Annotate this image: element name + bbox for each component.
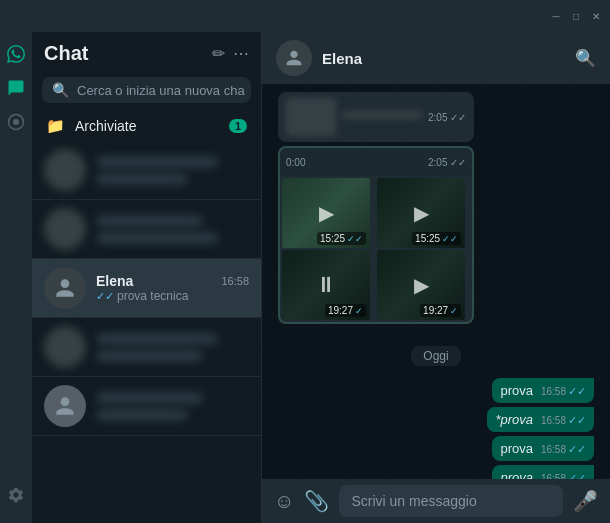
new-chat-icon[interactable]: ✏ — [212, 44, 225, 63]
message-meta: 16:58 ✓✓ — [541, 385, 586, 398]
chat-panel: Elena 🔍 2:05 ✓✓ 0:00 2:05 — [262, 32, 610, 523]
input-bar: ☺ 📎 🎤 — [262, 479, 610, 523]
chat-header-name: Elena — [322, 50, 565, 67]
video-grid-message[interactable]: 0:00 2:05 ✓✓ ▶ 15:25✓✓ — [278, 146, 474, 324]
search-input[interactable] — [77, 83, 245, 98]
message-text: prova — [500, 441, 533, 456]
archived-label: Archiviate — [75, 118, 219, 134]
chat-nav-icon[interactable] — [2, 74, 30, 102]
chat-preview: ✓✓ prova tecnica — [96, 289, 249, 303]
sidebar: Chat ✏ ⋯ 🔍 📁 Archiviate 1 — [32, 32, 262, 523]
message-meta: 16:58 ✓✓ — [541, 414, 586, 427]
search-chat-icon[interactable]: 🔍 — [575, 48, 596, 69]
message-text: prova — [500, 470, 533, 479]
message-4: prova 16:58 ✓✓ — [492, 465, 594, 479]
play-icon: ▶ — [414, 201, 429, 225]
archived-badge: 1 — [229, 119, 247, 133]
avatar-elena — [44, 267, 86, 309]
media-top-bar: 0:00 2:05 ✓✓ — [280, 148, 472, 176]
message-time: 16:58 — [541, 444, 566, 455]
svg-point-1 — [13, 119, 19, 125]
thumb-duration: 15:25✓✓ — [317, 232, 366, 245]
message-2: *prova 16:58 ✓✓ — [487, 407, 594, 432]
chat-info — [96, 156, 249, 185]
messages-area: 2:05 ✓✓ 0:00 2:05 ✓✓ ▶ — [262, 84, 610, 479]
chat-item[interactable] — [32, 318, 261, 377]
attach-icon[interactable]: 📎 — [304, 489, 329, 513]
message-1: prova 16:58 ✓✓ — [492, 378, 594, 403]
chat-item[interactable] — [32, 200, 261, 259]
chat-list: Elena 16:58 ✓✓ prova tecnica — [32, 141, 261, 523]
whatsapp-logo-icon — [2, 40, 30, 68]
chat-header-avatar[interactable] — [276, 40, 312, 76]
pause-icon: ⏸ — [315, 272, 337, 298]
double-check-icon: ✓✓ — [568, 472, 586, 479]
chat-preview-text: prova tecnica — [117, 289, 188, 303]
chat-header: Elena 🔍 — [262, 32, 610, 84]
thumb-duration: 19:27✓ — [420, 304, 461, 317]
emoji-icon[interactable]: ☺ — [274, 490, 294, 513]
message-text: prova — [500, 383, 533, 398]
date-divider: Oggi — [278, 346, 594, 366]
sidebar-header-icons: ✏ ⋯ — [212, 44, 249, 63]
more-options-icon[interactable]: ⋯ — [233, 44, 249, 63]
media-message-group: 2:05 ✓✓ 0:00 2:05 ✓✓ ▶ — [278, 92, 474, 328]
icon-strip — [0, 32, 32, 523]
sidebar-header: Chat ✏ ⋯ — [32, 32, 261, 73]
archived-row[interactable]: 📁 Archiviate 1 — [32, 111, 261, 141]
app-body: Chat ✏ ⋯ 🔍 📁 Archiviate 1 — [0, 32, 610, 523]
message-time: 16:58 — [541, 386, 566, 397]
search-icon: 🔍 — [52, 82, 69, 98]
media-grid: ▶ 15:25✓✓ ▶ 15:25✓✓ — [280, 176, 472, 322]
chat-time: 16:58 — [221, 275, 249, 287]
sidebar-title: Chat — [44, 42, 88, 65]
thumb-duration: 15:25✓✓ — [412, 232, 461, 245]
chat-info — [96, 215, 249, 244]
double-check-icon: ✓✓ — [568, 414, 586, 427]
message-text: *prova — [495, 412, 533, 427]
chat-info — [96, 392, 249, 421]
double-check-icon: ✓✓ — [96, 290, 114, 303]
avatar — [44, 208, 86, 250]
video-thumb-3[interactable]: ⏸ 19:27✓ — [282, 250, 370, 320]
chat-item-elena[interactable]: Elena 16:58 ✓✓ prova tecnica — [32, 259, 261, 318]
media-top-time: 2:05 ✓✓ — [428, 157, 466, 168]
search-bar: 🔍 — [42, 77, 251, 103]
double-check-icon: ✓✓ — [568, 443, 586, 456]
avatar — [44, 149, 86, 191]
message-meta: 16:58 ✓✓ — [541, 443, 586, 456]
message-3: prova 16:58 ✓✓ — [492, 436, 594, 461]
maximize-button[interactable]: □ — [570, 10, 582, 22]
thumb-duration: 19:27✓ — [325, 304, 366, 317]
chat-info-elena: Elena 16:58 ✓✓ prova tecnica — [96, 273, 249, 303]
media-duration-label: 0:00 — [286, 157, 305, 168]
status-nav-icon[interactable] — [2, 108, 30, 136]
video-thumb-2[interactable]: ▶ 15:25✓✓ — [377, 178, 465, 248]
close-button[interactable]: ✕ — [590, 10, 602, 22]
titlebar: ─ □ ✕ — [0, 0, 610, 32]
avatar — [44, 385, 86, 427]
chat-name: Elena — [96, 273, 133, 289]
top-media-item: 2:05 ✓✓ — [278, 92, 474, 142]
top-media-time: 2:05 ✓✓ — [428, 112, 466, 123]
message-meta: 16:58 ✓✓ — [541, 472, 586, 479]
chat-item[interactable] — [32, 141, 261, 200]
message-time: 16:58 — [541, 415, 566, 426]
play-icon: ▶ — [319, 201, 334, 225]
avatar — [44, 326, 86, 368]
message-input[interactable] — [339, 485, 563, 517]
video-thumb-4[interactable]: ▶ 19:27✓ — [377, 250, 465, 320]
archive-icon: 📁 — [46, 117, 65, 135]
minimize-button[interactable]: ─ — [550, 10, 562, 22]
play-icon: ▶ — [414, 273, 429, 297]
chat-info — [96, 333, 249, 362]
date-label: Oggi — [411, 346, 460, 366]
chat-item[interactable] — [32, 377, 261, 436]
video-thumb-1[interactable]: ▶ 15:25✓✓ — [282, 178, 370, 248]
mic-icon[interactable]: 🎤 — [573, 489, 598, 513]
settings-icon[interactable] — [2, 481, 30, 509]
double-check-icon: ✓✓ — [568, 385, 586, 398]
